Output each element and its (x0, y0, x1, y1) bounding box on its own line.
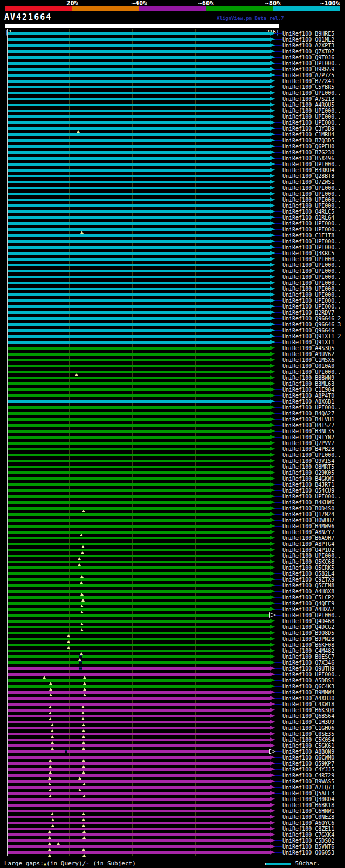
hit-label[interactable]: UniRef100_Q010A0 (282, 363, 334, 369)
arrow-icon[interactable] (270, 186, 275, 190)
hit-label[interactable]: UniRef100_Q7X346 (282, 660, 334, 666)
hit-bar[interactable] (8, 632, 270, 634)
arrow-icon[interactable] (270, 559, 275, 564)
arrow-icon[interactable] (270, 530, 275, 534)
arrow-icon[interactable] (270, 192, 275, 196)
hit-bar[interactable] (8, 590, 270, 593)
hit-label[interactable]: UniRef100_Q06053 (282, 850, 334, 856)
hit-label[interactable]: UniRef100_Q9UTH9 (282, 666, 334, 672)
hit-label[interactable]: UniRef100_B6KF08 (282, 642, 334, 648)
arrow-icon[interactable] (270, 227, 275, 231)
hit-bar[interactable] (8, 323, 270, 326)
hit-label[interactable]: UniRef100_UPI000.. (282, 197, 341, 203)
arrow-icon[interactable] (270, 334, 275, 338)
hit-label[interactable]: UniRef100_C1MSX6 (282, 357, 334, 363)
hit-label[interactable]: UniRef100_Q9TYN2 (282, 434, 334, 440)
hit-label[interactable]: UniRef100_A8NZY7 (282, 529, 334, 535)
arrow-icon[interactable] (270, 844, 275, 849)
arrow-icon[interactable] (270, 767, 275, 771)
hit-bar[interactable] (8, 228, 270, 231)
hit-label[interactable]: UniRef100_Q28BT8 (282, 173, 334, 179)
hit-label[interactable]: UniRef100_Q4P1U2 (282, 547, 334, 553)
hit-bar[interactable] (8, 193, 270, 195)
hit-label[interactable]: UniRef100_A4S3Q5 (282, 345, 334, 351)
hit-bar[interactable] (8, 828, 270, 830)
hit-label[interactable]: UniRef100_Q7XT07 (282, 49, 334, 54)
hit-bar[interactable] (8, 222, 270, 225)
arrow-icon[interactable] (270, 79, 275, 83)
arrow-icon[interactable] (270, 488, 275, 493)
arrow-icon[interactable] (270, 506, 275, 510)
arrow-icon[interactable] (270, 292, 275, 297)
arrow-icon[interactable] (270, 67, 275, 71)
arrow-icon[interactable] (270, 542, 275, 546)
hit-label[interactable]: UniRef100_Q9VIS4 (282, 458, 334, 464)
arrow-icon[interactable] (270, 536, 275, 540)
hit-bar[interactable] (8, 436, 270, 439)
arrow-icon[interactable] (270, 49, 275, 53)
hit-label[interactable]: UniRef100_B6BK18 (282, 802, 334, 808)
hit-bar[interactable] (8, 430, 270, 433)
hit-bar[interactable] (8, 727, 270, 729)
arrow-icon[interactable] (270, 375, 275, 380)
arrow-icon[interactable] (270, 761, 275, 766)
hit-bar[interactable] (8, 851, 270, 854)
hit-bar[interactable] (8, 531, 270, 534)
hit-bar[interactable] (8, 329, 270, 332)
hit-label[interactable]: UniRef100_UPI000.. (282, 672, 341, 678)
hit-bar[interactable] (8, 216, 270, 219)
hit-bar[interactable] (8, 282, 270, 284)
hit-bar[interactable] (8, 187, 270, 189)
arrow-icon[interactable] (270, 203, 275, 208)
arrow-icon[interactable] (270, 726, 275, 730)
hit-bar[interactable] (8, 786, 270, 789)
arrow-icon[interactable] (270, 352, 275, 356)
hit-label[interactable]: UniRef100_B0WUB7 (282, 517, 334, 523)
hit-bar[interactable] (8, 293, 270, 296)
hit-bar[interactable] (8, 549, 270, 551)
arrow-icon[interactable] (270, 524, 275, 528)
hit-label[interactable]: UniRef100_UPI000.. (282, 120, 341, 126)
hit-bar[interactable] (8, 276, 270, 278)
hit-label[interactable]: UniRef100_UPI000.. (282, 191, 341, 197)
hit-bar[interactable] (8, 299, 270, 302)
hit-bar[interactable] (8, 584, 270, 587)
hit-label[interactable]: UniRef100_C5K0S4 (282, 737, 334, 743)
hit-bar[interactable] (8, 721, 270, 723)
hit-bar[interactable] (8, 543, 270, 545)
hit-label[interactable]: UniRef100_Q9T0J6 (282, 54, 334, 60)
arrow-icon[interactable] (270, 619, 275, 623)
arrow-icon[interactable] (270, 340, 275, 344)
hit-bar[interactable] (8, 38, 270, 41)
arrow-icon[interactable] (270, 251, 275, 255)
hit-label[interactable]: UniRef100_C8ZE11 (282, 826, 334, 832)
hit-label[interactable]: UniRef100_UPI000.. (282, 452, 341, 458)
arrow-icon[interactable] (270, 102, 275, 107)
hit-bar[interactable] (8, 204, 270, 207)
hit-bar[interactable] (8, 466, 270, 468)
hit-bar[interactable] (8, 810, 270, 812)
arrow-icon[interactable] (270, 316, 275, 320)
arrow-icon[interactable] (270, 138, 275, 142)
hit-bar[interactable] (8, 804, 270, 807)
hit-label[interactable]: UniRef100_UPI000.. (282, 292, 341, 298)
arrow-icon[interactable] (270, 417, 275, 421)
hit-label[interactable]: UniRef100_B4LVH1 (282, 416, 334, 422)
arrow-icon[interactable] (270, 631, 275, 635)
arrow-icon[interactable] (270, 459, 275, 463)
hit-label[interactable]: UniRef100_Q01ML2 (282, 37, 334, 43)
hit-bar[interactable] (8, 115, 270, 118)
hit-bar[interactable] (8, 388, 270, 391)
hit-label[interactable]: UniRef100_B4GKW1 (282, 476, 334, 482)
hit-label[interactable]: UniRef100_B3ML63 (282, 381, 334, 387)
arrow-icon[interactable] (270, 696, 275, 700)
hit-bar[interactable] (8, 62, 270, 65)
hit-bar[interactable] (8, 133, 270, 136)
arrow-icon[interactable] (270, 571, 275, 576)
hit-label[interactable]: UniRef100_B6A9H7 (282, 535, 334, 541)
arrow-icon[interactable] (270, 162, 275, 166)
hit-bar[interactable] (8, 667, 270, 670)
hit-label[interactable]: UniRef100_UPI000.. (282, 161, 341, 167)
hit-label[interactable]: UniRef100_C7GXK4 (282, 832, 334, 838)
hit-label[interactable]: UniRef100_A7P7Z5 (282, 72, 334, 78)
